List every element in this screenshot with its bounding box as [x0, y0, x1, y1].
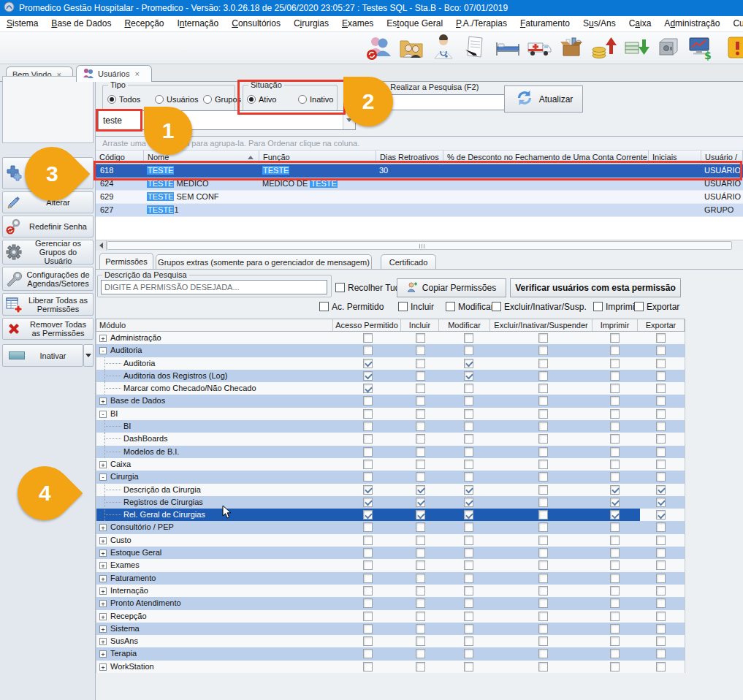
perm-checkbox-modificar[interactable] — [464, 384, 473, 393]
money-down-icon[interactable] — [620, 34, 652, 63]
perm-row-susans[interactable]: +SusAns — [96, 635, 685, 647]
perm-row-rel-geral-de-cirurgias[interactable]: Rel. Geral de Cirurgias — [96, 509, 685, 521]
perm-checkbox-modificar[interactable] — [464, 536, 473, 545]
perm-row-registros-de-cirurgias[interactable]: Registros de Cirurgias — [96, 496, 685, 509]
perm-checkbox-excluir[interactable] — [538, 586, 548, 596]
sidebar-button-inativar-dropdown[interactable] — [83, 344, 94, 367]
perm-checkbox-modificar[interactable] — [464, 624, 473, 634]
perm-checkbox-acesso[interactable] — [363, 649, 373, 658]
perm-checkbox-imprimir[interactable] — [610, 359, 620, 368]
hospital-bed-icon[interactable] — [492, 34, 524, 63]
perm-checkbox-incluir[interactable] — [416, 624, 425, 634]
perm-checkbox-excluir[interactable] — [538, 612, 548, 621]
scrollbar-thumb[interactable] — [107, 241, 732, 250]
expand-plus-icon[interactable]: + — [99, 549, 107, 557]
perm-checkbox-incluir[interactable] — [416, 560, 425, 570]
perm-checkbox-exportar[interactable] — [656, 612, 666, 621]
perm-row-sistema[interactable]: +Sistema — [96, 623, 685, 635]
doctor-icon[interactable] — [427, 34, 460, 63]
perm-checkbox-excluir[interactable] — [538, 447, 548, 457]
perm-column-header-m-dulo[interactable]: Módulo — [96, 319, 333, 331]
perm-checkbox-excluir[interactable] — [538, 574, 548, 583]
perm-checkbox-excluir[interactable] — [538, 662, 548, 672]
perm-checkbox-imprimir[interactable] — [610, 396, 620, 406]
menu-item-consult-rios[interactable]: Consultórios — [225, 16, 287, 31]
money-up-icon[interactable] — [588, 34, 620, 63]
perm-checkbox-acesso[interactable] — [363, 498, 373, 507]
perm-checkbox-acesso[interactable] — [363, 333, 373, 343]
perm-row-pronto-atendimento[interactable]: +Pronto Atendimento — [96, 597, 685, 609]
perm-column-header-acesso-permitido[interactable]: Acesso Permitido — [333, 319, 401, 331]
perm-row-auditoria-dos-registros-log-[interactable]: Auditoria dos Registros (Log) — [96, 370, 685, 382]
perm-checkbox-modificar[interactable] — [464, 434, 473, 444]
menu-item-sistema[interactable]: Sistema — [0, 16, 45, 31]
perm-checkbox-incluir[interactable] — [416, 472, 425, 482]
perm-row-bi[interactable]: BI — [96, 420, 685, 433]
menu-item-administra-o[interactable]: Administração — [658, 16, 726, 31]
perm-checkbox-acesso[interactable] — [363, 574, 373, 583]
perm-checkbox-modificar[interactable] — [464, 447, 473, 457]
perm-checkbox-acesso[interactable] — [363, 548, 373, 558]
perm-checkbox-incluir[interactable] — [416, 396, 425, 406]
perm-checkbox-modificar[interactable] — [464, 548, 473, 558]
perm-column-header-exportar[interactable]: Exportar — [638, 319, 685, 331]
perm-checkbox-exportar[interactable] — [656, 422, 666, 431]
perm-checkbox-imprimir[interactable] — [610, 485, 620, 495]
perm-column-header-incluir[interactable]: Incluir — [401, 319, 439, 331]
bulk-checkbox-incluir[interactable] — [398, 302, 408, 311]
ambulance-icon[interactable] — [524, 34, 556, 63]
perm-checkbox-modificar[interactable] — [464, 598, 473, 608]
bulk-checkbox-modificar[interactable] — [446, 302, 455, 311]
perm-checkbox-exportar[interactable] — [656, 498, 666, 507]
perm-row-terapia[interactable]: +Terapia — [96, 647, 685, 660]
horizontal-scrollbar[interactable] — [96, 240, 743, 251]
expand-plus-icon[interactable]: + — [99, 397, 107, 405]
perm-row-cirurgia[interactable]: -Cirurgia — [96, 471, 685, 483]
perm-checkbox-incluir[interactable] — [416, 485, 425, 495]
perm-checkbox-exportar[interactable] — [656, 636, 666, 646]
collapse-minus-icon[interactable]: - — [99, 473, 107, 481]
perm-checkbox-excluir[interactable] — [538, 649, 548, 658]
perm-checkbox-modificar[interactable] — [464, 422, 473, 431]
perm-checkbox-imprimir[interactable] — [610, 624, 620, 634]
contract-icon[interactable] — [460, 34, 492, 63]
perm-row-consult-rio-pep[interactable]: +Consultório / PEP — [96, 521, 685, 533]
perm-checkbox-imprimir[interactable] — [610, 536, 620, 545]
alert-partial-icon[interactable] — [717, 34, 743, 63]
supplies-box-icon[interactable] — [556, 34, 588, 63]
sidebar-button-redefinir-senha[interactable]: Redefinir Senha — [2, 216, 94, 237]
perm-checkbox-imprimir[interactable] — [610, 447, 620, 457]
perm-checkbox-imprimir[interactable] — [610, 612, 620, 621]
perm-checkbox-excluir[interactable] — [538, 371, 548, 381]
perm-checkbox-exportar[interactable] — [656, 485, 666, 495]
perm-checkbox-incluir[interactable] — [416, 586, 425, 596]
perm-row-caixa[interactable]: +Caixa — [96, 458, 685, 471]
perm-checkbox-modificar[interactable] — [464, 586, 473, 596]
perm-checkbox-exportar[interactable] — [656, 574, 666, 583]
perm-checkbox-incluir[interactable] — [416, 422, 425, 431]
close-icon[interactable]: × — [134, 69, 139, 78]
menu-item-custo[interactable]: Custo — [726, 16, 743, 31]
perm-checkbox-exportar[interactable] — [656, 649, 666, 658]
tab-usu-rios[interactable]: Usuários× — [76, 65, 152, 82]
perm-checkbox-exportar[interactable] — [656, 333, 666, 343]
verificar-usuarios-button[interactable]: Verificar usuários com esta permissão — [510, 278, 681, 297]
collapse-minus-icon[interactable]: - — [99, 411, 107, 418]
perm-checkbox-exportar[interactable] — [656, 598, 666, 608]
perm-checkbox-modificar[interactable] — [464, 460, 473, 469]
perm-checkbox-excluir[interactable] — [538, 560, 548, 570]
menu-item-p-a-terapias[interactable]: P.A./Terapias — [449, 16, 514, 31]
perm-checkbox-imprimir[interactable] — [610, 522, 620, 532]
perm-checkbox-acesso[interactable] — [363, 636, 373, 646]
perm-checkbox-imprimir[interactable] — [610, 409, 620, 419]
permissions-tab-permiss-es[interactable]: Permissões — [99, 253, 153, 269]
perm-row-workstation[interactable]: +WorkStation — [96, 661, 685, 673]
perm-checkbox-modificar[interactable] — [464, 560, 473, 570]
tipo-radio-todos[interactable]: Todos — [107, 95, 140, 104]
perm-checkbox-incluir[interactable] — [416, 359, 425, 368]
perm-checkbox-excluir[interactable] — [538, 624, 548, 634]
expand-plus-icon[interactable]: + — [99, 625, 107, 633]
perm-checkbox-acesso[interactable] — [363, 536, 373, 545]
perm-checkbox-exportar[interactable] — [656, 409, 666, 419]
perm-checkbox-exportar[interactable] — [656, 384, 666, 393]
